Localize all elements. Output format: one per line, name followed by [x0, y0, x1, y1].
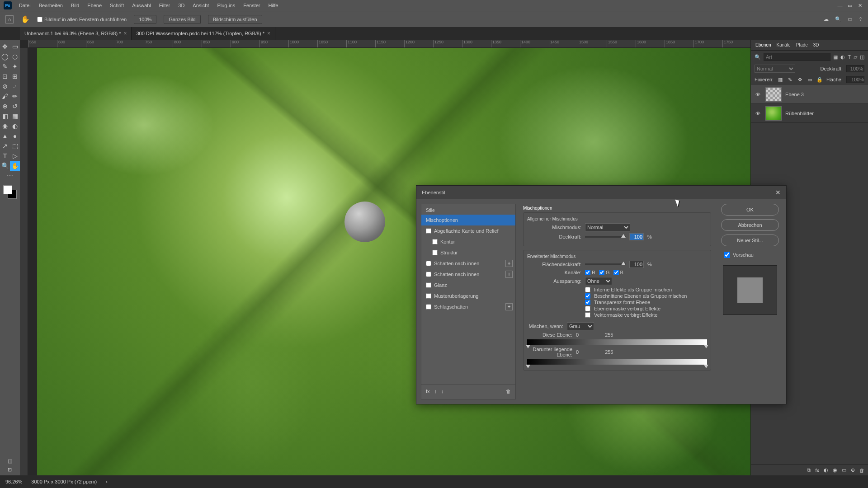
link-layers-icon[interactable]: ⧉ — [807, 467, 811, 473]
magic-wand-tool[interactable]: ✦ — [10, 61, 20, 71]
blend-mode-select[interactable]: Normal — [755, 65, 795, 73]
chk-beschnitten[interactable] — [585, 293, 590, 299]
menu-fenster[interactable]: Fenster — [240, 3, 264, 8]
fill-input[interactable] — [846, 76, 864, 83]
close-tab-icon[interactable]: × — [123, 30, 127, 37]
tab-kanaele[interactable]: Kanäle — [776, 42, 790, 47]
new-style-button[interactable]: Neuer Stil... — [721, 235, 779, 246]
quick-select-tool[interactable]: ✎ — [0, 61, 10, 71]
add-icon[interactable]: + — [505, 271, 513, 278]
down-icon[interactable]: ↓ — [441, 389, 444, 394]
channel-r-checkbox[interactable]: R — [585, 270, 595, 275]
shape-tool[interactable]: ⬚ — [10, 141, 20, 151]
marquee-tool[interactable]: ◌ — [10, 52, 20, 61]
menu-3d[interactable]: 3D — [175, 3, 188, 8]
zoom-level[interactable]: 96.26% — [5, 479, 22, 484]
lock-trans-icon[interactable]: ▦ — [777, 77, 783, 83]
item-schatten-innen-1[interactable]: Schatten nach innen+ — [421, 258, 515, 269]
ruler-tool[interactable]: ⟋ — [10, 81, 20, 91]
close-tab-icon[interactable]: × — [267, 30, 270, 37]
menu-datei[interactable]: Datei — [15, 3, 34, 8]
window-close-icon[interactable]: ✕ — [855, 3, 864, 9]
adjust-icon[interactable]: ◉ — [833, 467, 837, 473]
channel-g-checkbox[interactable]: G — [599, 270, 610, 275]
window-minimize-icon[interactable]: — — [835, 3, 844, 9]
dialog-title-bar[interactable]: Ebenenstil ✕ — [416, 186, 786, 199]
chevron-right-icon[interactable]: › — [106, 479, 108, 484]
frame-tool[interactable]: ⊞ — [10, 71, 20, 81]
tab-pfade[interactable]: Pfade — [796, 42, 808, 47]
close-icon[interactable]: ✕ — [775, 189, 781, 196]
layer-name[interactable]: Ebene 3 — [785, 92, 804, 97]
menu-bild[interactable]: Bild — [67, 3, 83, 8]
layer-item-ebene3[interactable]: 👁 Ebene 3 — [751, 85, 868, 104]
zoom-100-button[interactable]: 100% — [134, 15, 156, 24]
quickmask-icon[interactable]: ◫ — [8, 458, 12, 464]
fg-color[interactable] — [3, 185, 12, 194]
item-struktur[interactable]: Struktur — [421, 247, 515, 258]
text-tool[interactable]: T — [0, 151, 10, 161]
trash-icon[interactable]: 🗑 — [506, 389, 511, 394]
menu-ansicht[interactable]: Ansicht — [189, 3, 212, 8]
filter-shape-icon[interactable]: ▱ — [854, 54, 857, 60]
group-icon[interactable]: ▭ — [842, 467, 846, 473]
workspace-icon[interactable]: ▭ — [848, 16, 852, 22]
underlying-gradient[interactable] — [527, 359, 707, 365]
tab-doc-2[interactable]: 300 DPI Wassertropfen.psdc bei 117% (Tro… — [132, 27, 275, 40]
chk-interne[interactable] — [585, 287, 590, 292]
dodge-tool[interactable]: ◐ — [10, 121, 20, 131]
opacity-slider[interactable] — [585, 236, 626, 238]
clone-tool[interactable]: ⊕ — [0, 101, 10, 111]
add-icon[interactable]: + — [505, 260, 513, 267]
pen-tool[interactable]: ▲ — [0, 131, 10, 141]
filter-type-icon[interactable]: T — [848, 54, 851, 60]
layer-name[interactable]: Rübenblätter — [785, 111, 814, 116]
up-icon[interactable]: ↑ — [434, 389, 437, 394]
screenmode-icon[interactable]: ⊡ — [8, 467, 12, 473]
color-swatch[interactable] — [3, 185, 17, 199]
fill-opacity-input[interactable] — [629, 261, 644, 268]
lasso-tool[interactable]: ◯ — [0, 52, 10, 61]
zoom-tool[interactable]: 🔍 — [0, 161, 10, 171]
filter-pixel-icon[interactable]: ▦ — [833, 54, 838, 60]
item-schlagschatten[interactable]: Schlagschatten+ — [421, 301, 515, 312]
layer-filter-input[interactable] — [764, 53, 830, 61]
fx-icon[interactable]: fx — [815, 468, 819, 473]
artboard-tool[interactable]: ▭ — [10, 42, 20, 52]
eraser-tool[interactable]: ◧ — [0, 111, 10, 121]
chk-transparenz[interactable] — [585, 300, 590, 305]
filter-icon[interactable]: 🔍 — [755, 54, 761, 60]
hand-tool[interactable]: ✋ — [10, 161, 20, 171]
delete-icon[interactable]: 🗑 — [859, 468, 864, 473]
blur-tool[interactable]: ◉ — [0, 121, 10, 131]
fx-button-icon[interactable]: fx — [426, 389, 430, 394]
scroll-all-checkbox[interactable]: Bildlauf in allen Fenstern durchführen — [37, 17, 127, 22]
menu-plugins[interactable]: Plug-ins — [213, 3, 239, 8]
this-layer-gradient[interactable] — [527, 339, 707, 345]
hand-tool-icon[interactable]: ✋ — [21, 15, 30, 23]
bildschirm-button[interactable]: Bildschirm ausfüllen — [208, 15, 262, 24]
blend-mode-select[interactable]: Normal — [585, 223, 630, 231]
cancel-button[interactable]: Abbrechen — [721, 219, 779, 231]
type-tool[interactable]: ● — [10, 131, 20, 141]
item-schatten-innen-2[interactable]: Schatten nach innen+ — [421, 269, 515, 280]
tab-3d[interactable]: 3D — [813, 42, 819, 47]
fill-opacity-slider[interactable] — [585, 263, 626, 265]
visibility-icon[interactable]: 👁 — [754, 92, 762, 97]
menu-filter[interactable]: Filter — [156, 3, 174, 8]
brush-tool[interactable]: 🖌 — [0, 91, 10, 101]
item-relief[interactable]: Abgeflachte Kante und Relief — [421, 225, 515, 236]
home-icon[interactable]: ⌂ — [5, 15, 14, 23]
filter-adjust-icon[interactable]: ◐ — [840, 54, 845, 60]
new-layer-icon[interactable]: ⊕ — [851, 467, 855, 473]
blendif-select[interactable]: Grau — [567, 322, 594, 330]
chk-vektormaske[interactable] — [585, 312, 590, 318]
gradient-tool[interactable]: ▦ — [10, 111, 20, 121]
lock-artboard-icon[interactable]: ▭ — [807, 77, 813, 83]
lock-pos-icon[interactable]: ✥ — [797, 77, 803, 83]
layer-thumb[interactable] — [765, 106, 782, 121]
preview-checkbox[interactable]: Vorschau — [724, 252, 776, 258]
tab-ebenen[interactable]: Ebenen — [755, 42, 771, 47]
cloud-icon[interactable]: ☁ — [824, 16, 829, 22]
ruler-vertical[interactable] — [20, 48, 28, 475]
